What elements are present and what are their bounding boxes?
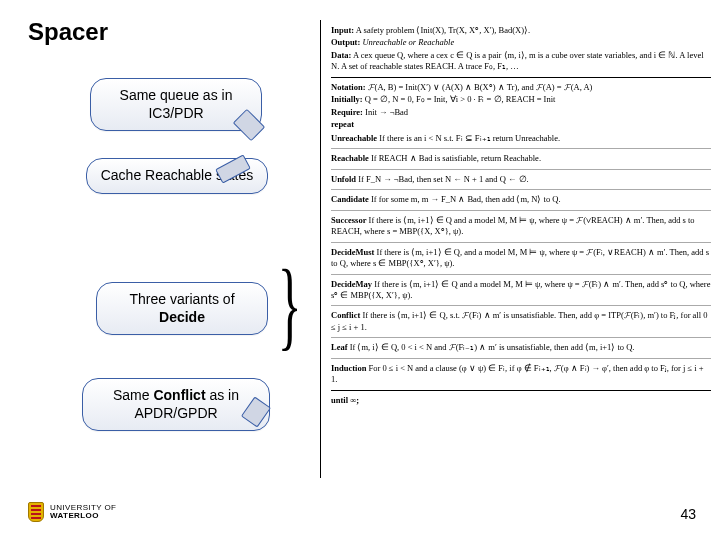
page-number: 43 [680,506,696,522]
rule-conflict-name: Conflict [331,310,360,320]
rule-reachable-text: If REACH ∧ Bad is satisfiable, return Re… [369,153,541,163]
rule-conflict-text: If there is ⟨m, i+1⟩ ∈ Q, s.t. 𝓕(Fᵢ) ∧ m… [331,310,707,331]
callout-conflict-bold: Conflict [153,387,205,403]
rule-leaf-text: If ⟨m, i⟩ ∈ Q, 0 < i < N and 𝓕(Fᵢ₋₁) ∧ m… [348,342,635,352]
input-text: A safety problem ⟨Init(X), Tr(X, Xᵒ, X′)… [354,25,530,35]
repeat-keyword: repeat [331,119,354,129]
rule-unreachable-name: Unreachable [331,133,377,143]
notation-text: 𝓕(A, B) = Init(X′) ∨ (A(X) ∧ B(Xᵒ) ∧ Tr)… [365,82,592,92]
callout-decide-bold: Decide [159,309,205,325]
data-text: A cex queue Q, where a cex c ∈ Q is a pa… [331,50,704,71]
callout-conflict: Same Conflict as in APDR/GPDR [82,378,270,431]
data-label: Data: [331,50,351,60]
rule-decidemust-name: DecideMust [331,247,374,257]
slide-title: Spacer [28,18,108,46]
brace-icon: } [278,256,302,355]
rule-successor-text: If there is ⟨m, i+1⟩ ∈ Q and a model M, … [331,215,695,236]
rule-unfold-text: If F_N → ¬Bad, then set N ← N + 1 and Q … [356,174,529,184]
output-text: Unreachable or Reachable [360,37,454,47]
rule-candidate-text: If for some m, m → F_N ∧ Bad, then add ⟨… [369,194,561,204]
output-label: Output: [331,37,360,47]
input-label: Input: [331,25,354,35]
initially-label: Initially: [331,94,363,104]
rule-unreachable-text: If there is an i < N s.t. Fᵢ ⊆ Fᵢ₊₁ retu… [377,133,560,143]
callout-decide: Three variants of Decide [96,282,268,335]
rule-candidate-name: Candidate [331,194,369,204]
footer-logo: UNIVERSITY OF WATERLOO [28,502,116,522]
require-label: Require: [331,107,363,117]
footer-line2: WATERLOO [50,512,116,520]
algorithm-box: Input: A safety problem ⟨Init(X), Tr(X, … [320,20,717,478]
rule-decidemust-text: If there is ⟨m, i+1⟩ ∈ Q, and a model M,… [331,247,709,268]
callout-conflict-pre: Same [113,387,153,403]
until-keyword: until ∞; [331,395,359,405]
initially-text: Q = ∅, N = 0, F₀ = Init, ∀i > 0 · Fᵢ = ∅… [363,94,556,104]
crest-icon [28,502,44,522]
rule-reachable-name: Reachable [331,153,369,163]
rule-induction-name: Induction [331,363,366,373]
callout-decide-text: Three variants of [129,291,234,307]
rule-leaf-name: Leaf [331,342,348,352]
notation-label: Notation: [331,82,365,92]
rule-successor-name: Successor [331,215,366,225]
rule-unfold-name: Unfold [331,174,356,184]
require-text: Init → ¬Bad [363,107,408,117]
rule-decidemay-name: DecideMay [331,279,372,289]
rule-decidemay-text: If there is ⟨m, i+1⟩ ∈ Q and a model M, … [331,279,710,300]
rule-induction-text: For 0 ≤ i < N and a clause (φ ∨ ψ) ∈ Fᵢ,… [331,363,704,384]
